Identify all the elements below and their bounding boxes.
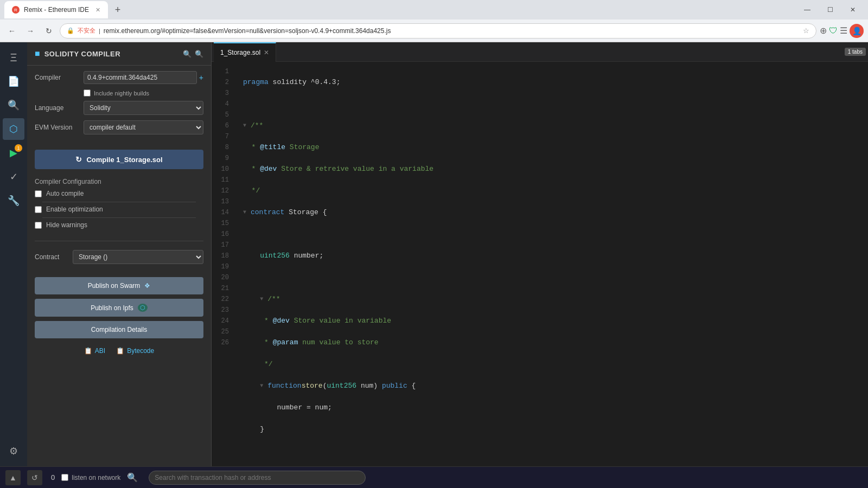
language-label: Language	[35, 104, 84, 112]
address-bar-icons: ☆	[803, 27, 809, 35]
debug-icon: ✓	[10, 171, 18, 183]
line-num-6: 6	[212, 120, 233, 131]
hide-warnings-row: Hide warnings	[35, 221, 203, 229]
tab-title: Remix - Ethereum IDE	[24, 6, 89, 14]
code-content[interactable]: pragma solidity ^0.4.3; ▼/** * @title St…	[239, 62, 868, 466]
sidebar-item-search[interactable]: 🔍	[3, 94, 24, 116]
line-num-4: 4	[212, 99, 233, 110]
window-controls: — ☐ ✕	[796, 0, 864, 20]
compiler-field-row: Compiler 0.4.9+commit.364da425 +	[35, 71, 203, 84]
compile-button[interactable]: ↻ Compile 1_Storage.sol	[35, 150, 203, 169]
abi-label: ABI	[95, 347, 105, 355]
icon-sidebar: Ξ 📄 🔍 ⬡ ▶ 1 ✓ 🔧 ⚙	[0, 42, 27, 466]
sidebar-item-debug[interactable]: ✓	[3, 166, 24, 188]
tab-close-btn[interactable]: ✕	[95, 7, 100, 14]
editor-area: 1_Storage.sol ✕ 1 tabs 1 2 3 4 5 6 7 8 9…	[212, 42, 868, 466]
close-button[interactable]: ✕	[842, 0, 864, 20]
config-section: Compiler Configuration Auto compile Enab…	[27, 174, 211, 237]
auto-compile-row: Auto compile	[35, 190, 203, 197]
minimize-button[interactable]: —	[796, 0, 818, 20]
divider-3	[35, 241, 203, 241]
code-line-8	[243, 229, 868, 240]
line-num-10: 10	[212, 164, 233, 175]
sidebar-item-plugin[interactable]: 🔧	[3, 190, 24, 211]
line-num-3: 3	[212, 88, 233, 99]
evm-select[interactable]: compiler default	[84, 120, 203, 134]
panel-zoom-icon[interactable]: 🔍	[195, 50, 203, 58]
compile-button-label: Compile 1_Storage.sol	[86, 156, 162, 164]
include-nightly-row: Include nightly builds	[35, 89, 203, 97]
status-search-icon[interactable]: 🔍	[127, 472, 138, 483]
code-line-10	[243, 272, 868, 283]
panel-search-icons: 🔍 🔍	[183, 50, 203, 58]
status-search-input[interactable]	[155, 474, 360, 481]
shield-icon[interactable]: 🛡	[829, 26, 838, 36]
language-select[interactable]: Solidity	[84, 101, 203, 115]
new-tab-button[interactable]: +	[110, 2, 125, 17]
reset-button[interactable]: ↺	[27, 470, 42, 485]
address-bar[interactable]: 🔒 不安全 | remix.ethereum.org/#optimize=fal…	[60, 23, 816, 38]
contract-select[interactable]: Storage ()	[73, 250, 203, 264]
auto-compile-checkbox[interactable]	[35, 190, 42, 197]
copy-icon-abi: 📋	[84, 347, 92, 355]
line-num-19: 19	[212, 261, 233, 272]
evm-field-row: EVM Version compiler default	[35, 120, 203, 134]
code-line-3: ▼/**	[243, 120, 868, 131]
sidebar-item-deploy[interactable]: ▶ 1	[3, 142, 24, 164]
contract-field-row: Contract Storage ()	[35, 250, 203, 264]
code-line-9: uint256 number;	[243, 251, 868, 261]
editor-tab-close-btn[interactable]: ✕	[264, 49, 269, 56]
sidebar-item-settings[interactable]: ⚙	[3, 440, 24, 462]
compiler-icon: ⬡	[9, 123, 18, 135]
code-line-4: * @title Storage	[243, 142, 868, 153]
code-line-13: * @param num value to store	[243, 337, 868, 348]
compiler-select[interactable]: 0.4.9+commit.364da425	[84, 71, 197, 84]
maximize-button[interactable]: ☐	[819, 0, 841, 20]
line-num-17: 17	[212, 240, 233, 251]
divider-2	[42, 217, 196, 218]
listen-network-row: listen on network	[61, 474, 120, 481]
line-num-8: 8	[212, 142, 233, 153]
publish-swarm-label: Publish on Swarm	[88, 282, 141, 290]
hide-warnings-checkbox[interactable]	[35, 222, 42, 229]
settings-icon[interactable]: ☰	[840, 25, 847, 36]
refresh-button[interactable]: ↻	[41, 23, 56, 38]
line-num-24: 24	[212, 316, 233, 326]
publish-ipfs-button[interactable]: Publish on Ipfs ⬡	[35, 299, 203, 317]
extensions-icon[interactable]: ⊕	[820, 25, 827, 36]
code-line-6: */	[243, 185, 868, 196]
publish-swarm-button[interactable]: Publish on Swarm ❖	[35, 277, 203, 294]
line-num-18: 18	[212, 251, 233, 261]
code-area[interactable]: 1 2 3 4 5 6 7 8 9 10 11 12 13 14 15 16 1…	[212, 62, 868, 466]
listen-network-checkbox[interactable]	[61, 474, 68, 481]
language-field-row: Language Solidity	[35, 101, 203, 115]
listen-network-label: listen on network	[72, 474, 120, 481]
panel-title: SOLIDITY COMPILER	[44, 50, 120, 58]
compilation-details-button[interactable]: Compilation Details	[35, 321, 203, 338]
reset-icon: ↺	[31, 473, 38, 482]
config-title: Compiler Configuration	[35, 178, 203, 185]
sidebar-item-home[interactable]: Ξ	[3, 47, 24, 68]
panel-search-icon[interactable]: 🔍	[183, 50, 192, 58]
browser-tab-remix[interactable]: R Remix - Ethereum IDE ✕	[4, 1, 108, 18]
bytecode-copy-btn[interactable]: 📋 Bytecode	[116, 347, 154, 355]
status-search-bar[interactable]	[149, 471, 366, 485]
line-num-11: 11	[212, 175, 233, 185]
back-button[interactable]: ←	[4, 23, 20, 38]
enable-optimization-checkbox[interactable]	[35, 206, 42, 213]
bookmark-icon[interactable]: ☆	[803, 27, 809, 35]
line-num-21: 21	[212, 283, 233, 294]
profile-avatar[interactable]: 👤	[850, 24, 864, 38]
sidebar-item-compiler[interactable]: ⬡	[3, 118, 24, 140]
tx-count: 0	[51, 473, 55, 481]
url-text[interactable]: remix.ethereum.org/#optimize=false&evmVe…	[104, 27, 800, 35]
tabs-count-badge: 1 tabs	[845, 48, 866, 56]
url-separator: |	[99, 28, 100, 34]
sidebar-item-files[interactable]: 📄	[3, 70, 24, 92]
abi-copy-btn[interactable]: 📋 ABI	[84, 347, 105, 355]
editor-tab-storage[interactable]: 1_Storage.sol ✕	[214, 42, 276, 62]
compiler-plus-icon[interactable]: +	[199, 73, 203, 82]
scroll-top-button[interactable]: ▲	[5, 470, 21, 485]
forward-button[interactable]: →	[23, 23, 38, 38]
include-nightly-checkbox[interactable]	[84, 89, 91, 97]
